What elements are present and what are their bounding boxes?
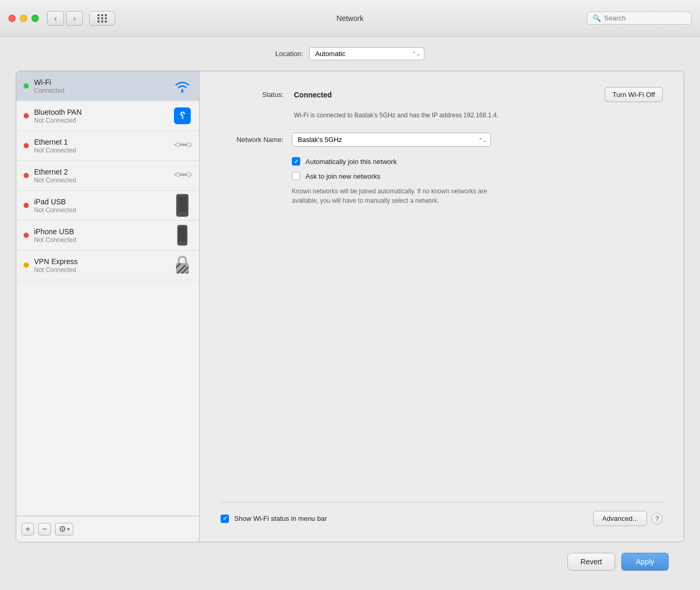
item-text-ethernet1: Ethernet 1 Not Connected	[34, 138, 168, 154]
apply-button[interactable]: Apply	[621, 553, 669, 571]
footer-buttons: Revert Apply	[16, 542, 684, 581]
vpn-lock-icon	[174, 254, 191, 276]
sidebar: Wi-Fi Connected	[16, 71, 200, 542]
sidebar-list: Wi-Fi Connected	[16, 71, 199, 516]
item-name-ethernet2: Ethernet 2	[34, 168, 168, 176]
help-button[interactable]: ?	[651, 513, 663, 525]
gear-button[interactable]: ⚙ ▾	[55, 523, 73, 536]
show-wifi-status-label: Show Wi-Fi status in menu bar	[234, 515, 327, 522]
svg-point-8	[181, 242, 183, 244]
sidebar-item-iphone-usb[interactable]: iPhone USB Not Connected	[16, 221, 199, 250]
item-text-ethernet2: Ethernet 2 Not Connected	[34, 168, 168, 184]
location-select[interactable]: Automatic Edit Locations...	[309, 47, 424, 60]
item-name-wifi: Wi-Fi	[34, 78, 168, 86]
svg-text:<•••>: <•••>	[174, 169, 192, 180]
wifi-icon-container	[173, 77, 192, 95]
svg-point-0	[181, 91, 183, 93]
titlebar: ‹ › Network 🔍	[0, 0, 700, 37]
item-name-bluetooth: Bluetooth PAN	[34, 108, 168, 116]
item-name-vpn: VPN Express	[34, 257, 168, 266]
gear-icon: ⚙	[59, 524, 66, 534]
item-text-ipad: iPad USB Not Connected	[34, 198, 168, 214]
auto-join-checkbox[interactable]	[292, 157, 300, 166]
iphone-icon-container	[173, 226, 192, 245]
ipad-icon-container	[173, 196, 192, 215]
ask-join-label: Ask to join new networks	[305, 172, 380, 180]
back-button[interactable]: ‹	[47, 11, 64, 26]
ask-join-row: Ask to join new networks	[292, 172, 663, 180]
bluetooth-icon: ␦	[179, 111, 186, 122]
show-wifi-status-checkbox[interactable]	[221, 515, 229, 523]
item-name-ethernet1: Ethernet 1	[34, 138, 168, 146]
auto-join-row: Automatically join this network	[292, 157, 663, 166]
show-wifi-status-row: Show Wi-Fi status in menu bar	[221, 515, 593, 523]
right-panel-bottom: Show Wi-Fi status in menu bar Advanced..…	[221, 502, 663, 526]
svg-point-5	[181, 213, 183, 215]
sidebar-bottom-bar: + − ⚙ ▾	[16, 516, 199, 542]
ask-join-description: Known networks will be joined automatica…	[292, 187, 512, 205]
svg-rect-4	[178, 196, 187, 212]
status-label: Status:	[221, 91, 283, 99]
search-box[interactable]: 🔍	[587, 12, 692, 25]
vpn-icon-container	[173, 256, 192, 275]
turn-wifi-button[interactable]: Turn Wi-Fi Off	[605, 87, 663, 102]
sidebar-item-vpn[interactable]: VPN Express Not Connected	[16, 250, 199, 280]
item-text-iphone: iPhone USB Not Connected	[34, 227, 168, 244]
network-name-select[interactable]: Baslak's 5GHz	[292, 133, 491, 147]
svg-rect-9	[180, 226, 184, 227]
item-status-vpn: Not Connected	[34, 266, 168, 274]
item-name-iphone: iPhone USB	[34, 227, 168, 236]
status-dot-vpn	[24, 263, 29, 268]
status-dot-ipad	[24, 203, 29, 208]
status-dot-wifi	[24, 83, 29, 89]
item-status-ipad: Not Connected	[34, 206, 168, 214]
item-text-wifi: Wi-Fi Connected	[34, 78, 168, 94]
network-name-label: Network Name:	[221, 136, 283, 144]
search-input[interactable]	[604, 14, 686, 22]
status-value: Connected	[294, 91, 332, 99]
item-name-ipad: iPad USB	[34, 198, 168, 206]
maximize-button[interactable]	[31, 15, 39, 22]
status-dot-ethernet2	[24, 173, 29, 178]
close-button[interactable]	[8, 15, 16, 22]
advanced-button[interactable]: Advanced...	[593, 511, 647, 526]
item-status-wifi: Connected	[34, 87, 168, 94]
window-title: Network	[336, 14, 363, 23]
revert-button[interactable]: Revert	[567, 553, 615, 571]
status-dot-iphone	[24, 233, 29, 238]
location-label: Location:	[276, 50, 303, 58]
ask-join-checkbox[interactable]	[292, 172, 300, 180]
forward-button[interactable]: ›	[66, 11, 83, 26]
search-icon: 🔍	[593, 14, 601, 22]
remove-network-button[interactable]: −	[38, 523, 51, 536]
nav-buttons: ‹ ›	[47, 11, 115, 26]
ethernet-icon: <•••>	[173, 138, 192, 153]
location-row: Location: Automatic Edit Locations...	[16, 47, 684, 60]
iphone-icon	[177, 225, 188, 246]
sidebar-item-wifi[interactable]: Wi-Fi Connected	[16, 71, 199, 101]
grid-button[interactable]	[89, 11, 115, 26]
traffic-lights	[8, 15, 39, 22]
bluetooth-icon-container: ␦	[173, 106, 192, 125]
status-dot-bluetooth	[24, 113, 29, 118]
status-dot-ethernet1	[24, 143, 29, 148]
sidebar-item-bluetooth-pan[interactable]: Bluetooth PAN Not Connected ␦	[16, 101, 199, 131]
wifi-description: Wi-Fi is connected to Baslak's 5GHz and …	[294, 111, 514, 120]
status-row: Status: Connected Turn Wi-Fi Off	[221, 87, 663, 102]
sidebar-item-ethernet2[interactable]: Ethernet 2 Not Connected <•••>	[16, 161, 199, 191]
ethernet2-icon: <•••>	[173, 166, 192, 185]
detail-section: Status: Connected Turn Wi-Fi Off Wi-Fi i…	[221, 87, 663, 502]
add-network-button[interactable]: +	[21, 523, 34, 536]
svg-text:<•••>: <•••>	[174, 139, 192, 150]
item-text-vpn: VPN Express Not Connected	[34, 257, 168, 274]
sidebar-item-ethernet1[interactable]: Ethernet 1 Not Connected <•••>	[16, 131, 199, 161]
ethernet1-icon: <•••>	[173, 136, 192, 155]
minimize-button[interactable]	[20, 15, 27, 22]
main-content: Location: Automatic Edit Locations... Wi…	[0, 37, 700, 590]
sidebar-item-ipad-usb[interactable]: iPad USB Not Connected	[16, 191, 199, 221]
auto-join-label: Automatically join this network	[305, 158, 397, 166]
panel-container: Wi-Fi Connected	[16, 71, 684, 542]
grid-icon	[97, 14, 107, 23]
item-status-ethernet1: Not Connected	[34, 147, 168, 154]
network-name-select-wrapper: Baslak's 5GHz	[292, 133, 491, 147]
